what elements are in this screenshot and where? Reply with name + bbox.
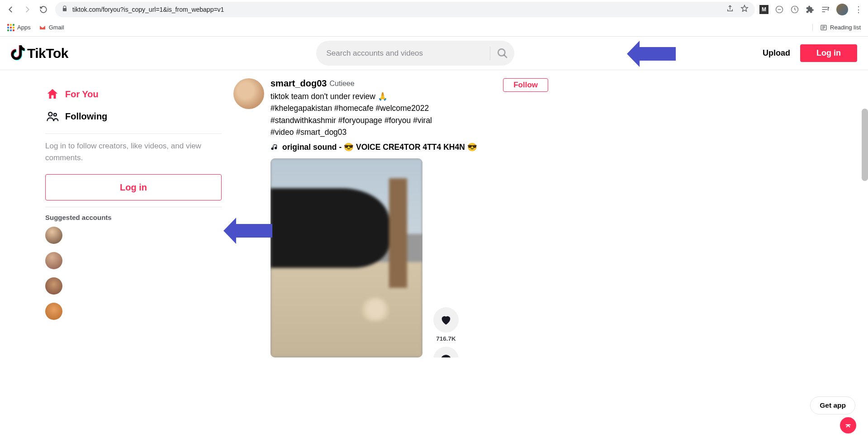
annotation-arrow — [640, 47, 676, 61]
search-button[interactable] — [490, 48, 515, 59]
gmail-label: Gmail — [49, 24, 64, 31]
bookmark-star-icon[interactable] — [740, 5, 749, 14]
suggested-avatar[interactable] — [45, 252, 62, 269]
extension-icon[interactable] — [790, 5, 799, 14]
playlist-icon[interactable] — [821, 5, 830, 14]
like-button[interactable] — [433, 307, 459, 333]
browser-toolbar: tiktok.com/foryou?is_copy_url=1&is_from_… — [0, 0, 868, 19]
reading-list-label: Reading list — [830, 24, 861, 31]
comment-icon — [440, 353, 452, 357]
site-header: TikTok Upload Log in — [0, 37, 868, 70]
reading-list-icon — [820, 24, 827, 31]
search-bar[interactable] — [316, 41, 514, 66]
extension-icon[interactable] — [775, 5, 784, 14]
bookmarks-bar: Apps Gmail Reading list — [0, 19, 868, 37]
forward-button[interactable] — [20, 2, 34, 17]
gmail-bookmark[interactable]: Gmail — [39, 24, 64, 31]
sound-text: original sound - 😎 VOICE CRE4TOR 4TT4 KH… — [282, 143, 477, 152]
comment-button[interactable] — [433, 347, 459, 357]
author-nickname: Cutieee — [330, 80, 355, 88]
home-icon — [45, 87, 60, 101]
nav-label: Following — [65, 111, 107, 122]
author-avatar[interactable] — [233, 78, 264, 109]
apps-grid-icon — [7, 24, 14, 31]
page-scrollbar-thumb[interactable] — [862, 109, 868, 181]
suggested-avatar[interactable] — [45, 303, 62, 320]
svg-point-5 — [54, 114, 57, 116]
back-button[interactable] — [4, 2, 18, 17]
post-actions: 716.7K — [433, 307, 459, 357]
apps-label: Apps — [17, 24, 31, 31]
search-icon — [497, 48, 508, 59]
search-input[interactable] — [326, 49, 489, 58]
sound-link[interactable]: original sound - 😎 VOICE CRE4TOR 4TT4 KH… — [270, 138, 503, 152]
chrome-menu-icon[interactable]: ⋮ — [854, 5, 863, 14]
tiktok-logo[interactable]: TikTok — [11, 45, 68, 62]
chrome-profile-avatar[interactable] — [836, 4, 848, 15]
music-note-icon — [270, 143, 279, 152]
tiktok-wordmark: TikTok — [27, 46, 68, 61]
lock-icon — [62, 5, 68, 14]
toolbar-extensions: M ⋮ — [759, 4, 864, 15]
left-sidebar: For You Following Log in to follow creat… — [0, 78, 168, 357]
suggested-avatar[interactable] — [45, 277, 62, 295]
follow-button[interactable]: Follow — [503, 78, 548, 92]
video-player[interactable] — [270, 158, 422, 357]
video-frame — [270, 158, 422, 357]
reload-button[interactable] — [36, 2, 51, 17]
url-text: tiktok.com/foryou?is_copy_url=1&is_from_… — [72, 6, 721, 13]
address-bar[interactable]: tiktok.com/foryou?is_copy_url=1&is_from_… — [55, 2, 755, 17]
extensions-puzzle-icon[interactable] — [806, 5, 815, 14]
gmail-icon — [39, 24, 46, 31]
upload-link[interactable]: Upload — [763, 48, 790, 58]
annotation-arrow — [236, 224, 272, 238]
header-actions: Upload Log in — [763, 44, 857, 62]
post-caption: tiktok team don't under review 🙏 #kheleg… — [270, 89, 503, 138]
suggested-avatar[interactable] — [45, 227, 62, 244]
video-post: smart_dog03 Cutieee tiktok team don't un… — [233, 78, 548, 357]
heart-icon — [440, 314, 452, 326]
author-username[interactable]: smart_dog03 — [270, 78, 327, 89]
login-button-header[interactable]: Log in — [800, 44, 857, 62]
like-count: 716.7K — [436, 335, 456, 342]
page-body: For You Following Log in to follow creat… — [0, 70, 868, 357]
apps-shortcut[interactable]: Apps — [7, 24, 31, 31]
people-icon — [45, 110, 60, 123]
reading-list-button[interactable]: Reading list — [812, 24, 861, 31]
nav-label: For You — [65, 89, 99, 100]
svg-point-4 — [48, 112, 52, 116]
share-icon[interactable] — [726, 5, 734, 14]
extension-icon[interactable]: M — [759, 5, 768, 14]
tiktok-note-icon — [11, 45, 25, 62]
svg-point-3 — [498, 49, 505, 56]
